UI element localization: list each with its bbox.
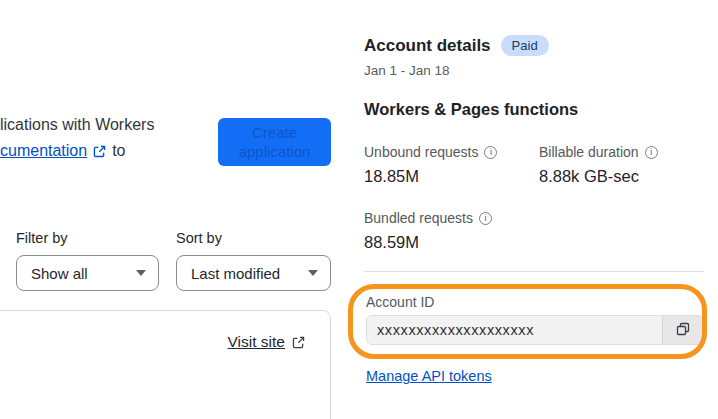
info-icon[interactable]: i [645, 146, 658, 159]
filter-dropdown-value: Show all [31, 265, 88, 282]
filter-by-label: Filter by [16, 230, 68, 246]
bundled-requests-value: 88.59M [364, 233, 419, 252]
chevron-down-icon [308, 270, 318, 276]
sort-dropdown-value: Last modified [191, 265, 280, 282]
account-id-field-group [366, 315, 704, 345]
account-details-title: Account details [364, 36, 491, 56]
unbound-requests-label: Unbound requests i [364, 144, 497, 160]
divider [364, 271, 704, 272]
manage-api-tokens-link[interactable]: Manage API tokens [366, 368, 492, 384]
unbound-requests-value: 18.85M [364, 167, 419, 186]
project-card: Visit site [0, 310, 331, 419]
metric-label-text: Unbound requests [364, 144, 478, 160]
intro-text-suffix: to [112, 142, 125, 160]
intro-text-line1: lications with Workers [0, 116, 154, 134]
metric-label-text: Bundled requests [364, 210, 473, 226]
visit-site-link[interactable]: Visit site [228, 333, 285, 351]
chevron-down-icon [136, 270, 146, 276]
account-id-label: Account ID [366, 294, 434, 310]
workers-pages-dashboard: lications with Workers cumentation to Cr… [0, 0, 718, 419]
account-details-header: Account details Paid [364, 35, 549, 56]
copy-icon [675, 321, 691, 340]
info-icon[interactable]: i [479, 212, 492, 225]
create-application-button[interactable]: Create application [218, 118, 331, 166]
billable-duration-label: Billable duration i [539, 144, 658, 160]
documentation-link[interactable]: cumentation [0, 142, 87, 160]
metric-label-text: Billable duration [539, 144, 639, 160]
copy-button[interactable] [662, 316, 703, 344]
billable-duration-value: 8.88k GB-sec [539, 167, 639, 186]
workers-pages-functions-title: Workers & Pages functions [364, 100, 578, 119]
external-link-icon [92, 144, 107, 159]
bundled-requests-label: Bundled requests i [364, 210, 492, 226]
paid-badge: Paid [501, 35, 549, 56]
account-id-input[interactable] [367, 316, 662, 344]
info-icon[interactable]: i [484, 146, 497, 159]
visit-site-row: Visit site [228, 333, 306, 351]
sort-by-label: Sort by [176, 230, 222, 246]
external-link-icon [291, 335, 306, 350]
sort-dropdown[interactable]: Last modified [176, 255, 331, 291]
filter-dropdown[interactable]: Show all [16, 255, 159, 291]
date-range: Jan 1 - Jan 18 [364, 63, 450, 78]
intro-text-line2: cumentation to [0, 142, 126, 160]
